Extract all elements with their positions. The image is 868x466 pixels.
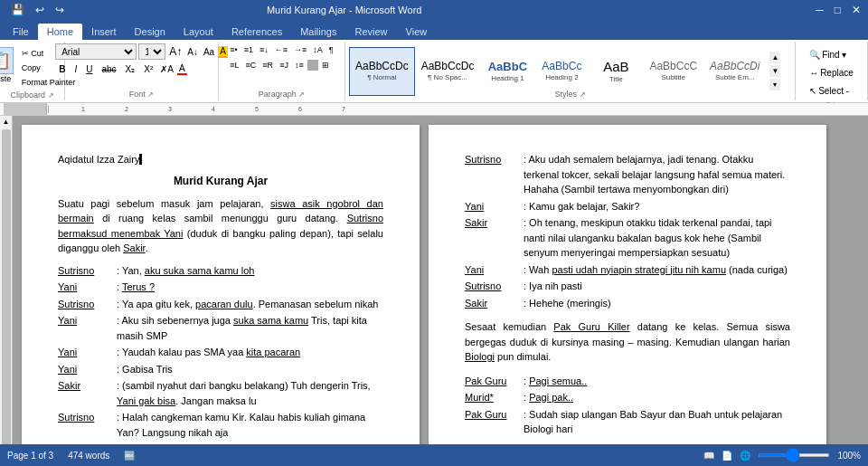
strikethrough-button[interactable]: abc (98, 62, 119, 76)
tab-home[interactable]: Home (38, 24, 82, 40)
style-subtitle-preview: AaBbCcC (649, 61, 697, 71)
multilevel-button[interactable]: ≡↓ (257, 43, 271, 56)
font-size-select[interactable]: 12 (138, 43, 165, 60)
borders-button[interactable]: ⊞ (319, 59, 332, 71)
styles-scroll: ▲ ▼ ▾ (768, 50, 782, 92)
styles-more-button[interactable]: ▾ (769, 79, 780, 90)
tab-review[interactable]: Review (346, 24, 397, 40)
font-family-select[interactable]: Arial (55, 43, 137, 60)
intro-paragraph: Suatu pagi sebelum masuk jam pelajaran, … (58, 196, 383, 256)
select-button[interactable]: ↖ Select - (805, 83, 854, 99)
document-page-left[interactable]: Aqidatul Izza Zairy| Murid Kurang Ajar S… (22, 125, 420, 453)
italic-button[interactable]: I (71, 62, 80, 76)
scroll-thumb[interactable] (2, 129, 11, 449)
style-title[interactable]: AaB Title (589, 47, 643, 96)
style-subtle-emphasis-label: Subtle Em... (715, 73, 755, 81)
style-title-label: Title (609, 75, 623, 83)
shading-button[interactable] (307, 60, 318, 71)
tab-file[interactable]: File (4, 24, 38, 40)
page-status: Page 1 of 3 (7, 451, 53, 461)
tab-mailings[interactable]: Mailings (291, 24, 345, 40)
clipboard-expand[interactable]: ↗ (48, 91, 54, 100)
scroll-up[interactable]: ▲ (1, 116, 12, 128)
numbering-button[interactable]: ≡1 (241, 43, 256, 56)
ruler-mark-6: 6 (298, 106, 302, 112)
paragraph-expand[interactable]: ↗ (298, 90, 305, 99)
styles-expand[interactable]: ↗ (580, 90, 586, 99)
increase-indent-button[interactable]: →≡ (291, 43, 309, 56)
maximize-button[interactable]: □ (835, 4, 841, 16)
justify-button[interactable]: ≡J (277, 59, 291, 71)
decrease-indent-button[interactable]: ←≡ (272, 43, 290, 56)
font-expand[interactable]: ↗ (147, 90, 154, 99)
language-status: 🔤 (124, 451, 135, 461)
align-center-button[interactable]: ≡C (243, 59, 259, 71)
redo-button[interactable]: ↪ (52, 3, 68, 17)
line-spacing-button[interactable]: ↕≡ (292, 59, 307, 71)
tab-layout[interactable]: Layout (175, 24, 222, 40)
style-subtle-emphasis[interactable]: AaBbCcDi Subtle Em... (703, 47, 766, 96)
underline-button[interactable]: U (82, 62, 96, 76)
dialogue-sutrisno-1: Sutrisno : Yan, aku suka sama kamu loh (58, 263, 383, 279)
zoom-slider[interactable] (758, 453, 830, 457)
dialogue-sakir-r2: Sakir : Hehehe (meringis) (465, 296, 790, 311)
style-subtitle[interactable]: AaBbCcC Subtitle (643, 47, 703, 96)
bold-button[interactable]: B (55, 62, 69, 76)
tab-design[interactable]: Design (126, 24, 175, 40)
dialogue-sutrisno-2: Sutrisno : Ya apa gitu kek, pacaran dulu… (58, 297, 383, 312)
tab-view[interactable]: View (397, 24, 437, 40)
styles-label: Styles ↗ (554, 88, 585, 99)
undo-button[interactable]: ↩ (32, 3, 48, 17)
font-color-button[interactable]: A (177, 63, 187, 75)
style-no-spacing[interactable]: AaBbCcDc ¶ No Spac... (415, 47, 481, 96)
styles-up-button[interactable]: ▲ (769, 52, 780, 63)
dialogue-sutrisno-r2: Sutrisno : Iya nih pasti (465, 279, 790, 294)
style-normal[interactable]: AaBbCcDc ¶ Normal (349, 47, 415, 96)
status-bar: Page 1 of 3 474 words 🔤 📖 📄 🌐 100% (0, 444, 868, 466)
close-button[interactable]: ✕ (852, 4, 861, 16)
status-right: 📖 📄 🌐 100% (703, 451, 861, 461)
view-print-button[interactable]: 📄 (722, 451, 732, 461)
dialogue-yani-4: Yani : Gabisa Tris (58, 362, 383, 377)
ruler: │ 1 2 3 4 5 6 7 (0, 103, 868, 116)
bullets-button[interactable]: ≡• (227, 43, 240, 56)
paste-button[interactable]: 📋 Paste (0, 45, 16, 85)
align-left-button[interactable]: ≡L (227, 59, 241, 71)
grow-font-button[interactable]: A↑ (167, 45, 184, 58)
superscript-button[interactable]: X² (140, 62, 156, 76)
style-normal-preview: AaBbCcDc (355, 61, 409, 71)
sort-button[interactable]: ↕A (310, 43, 326, 56)
main-area: ▲ ▼ Aqidatul Izza Zairy| Murid Kurang Aj… (0, 116, 868, 462)
font-label: Font ↗ (129, 88, 155, 99)
find-button[interactable]: 🔍 Find ▾ (805, 47, 851, 62)
subscript-button[interactable]: X₂ (122, 62, 139, 76)
replace-button[interactable]: ↔ Replace (805, 65, 858, 81)
document-page-right[interactable]: Sutrisno : Aku udah semalem belajarnya, … (429, 125, 826, 453)
change-case-button[interactable]: Aa (202, 47, 216, 57)
view-read-button[interactable]: 📖 (703, 451, 714, 461)
style-heading1-label: Heading 1 (491, 74, 524, 82)
replace-icon: ↔ (809, 68, 818, 78)
document-scroll-area[interactable]: Aqidatul Izza Zairy| Murid Kurang Ajar S… (13, 116, 868, 462)
style-subtitle-label: Subtitle (661, 73, 685, 81)
clipboard-label: Clipboard ↗ (10, 89, 53, 100)
ruler-mark-1: 1 (81, 106, 85, 112)
tab-insert[interactable]: Insert (82, 24, 126, 40)
vertical-scrollbar[interactable]: ▲ ▼ (0, 116, 13, 462)
tab-references[interactable]: References (222, 24, 291, 40)
select-icon: ↖ (809, 86, 816, 96)
show-marks-button[interactable]: ¶ (326, 43, 336, 56)
ruler-mark-3: 3 (168, 106, 172, 112)
styles-down-button[interactable]: ▼ (769, 65, 780, 77)
view-web-button[interactable]: 🌐 (740, 451, 750, 461)
shrink-font-button[interactable]: A↓ (185, 47, 200, 57)
doc-title: Murid Kurang Ajar (58, 173, 383, 189)
minimize-button[interactable]: ─ (816, 4, 824, 16)
style-heading2-preview: AaBbCc (542, 61, 581, 71)
dialogue-yani-3: Yani : Yaudah kalau pas SMA yaa kita pac… (58, 345, 383, 360)
clear-formatting-button[interactable]: ✗A (158, 64, 175, 74)
dialogue-block-1: Sutrisno : Yan, aku suka sama kamu loh Y… (58, 263, 383, 457)
style-heading1[interactable]: AaBbC Heading 1 (480, 47, 534, 96)
save-button[interactable]: 💾 (7, 3, 28, 17)
align-right-button[interactable]: ≡R (259, 59, 276, 71)
